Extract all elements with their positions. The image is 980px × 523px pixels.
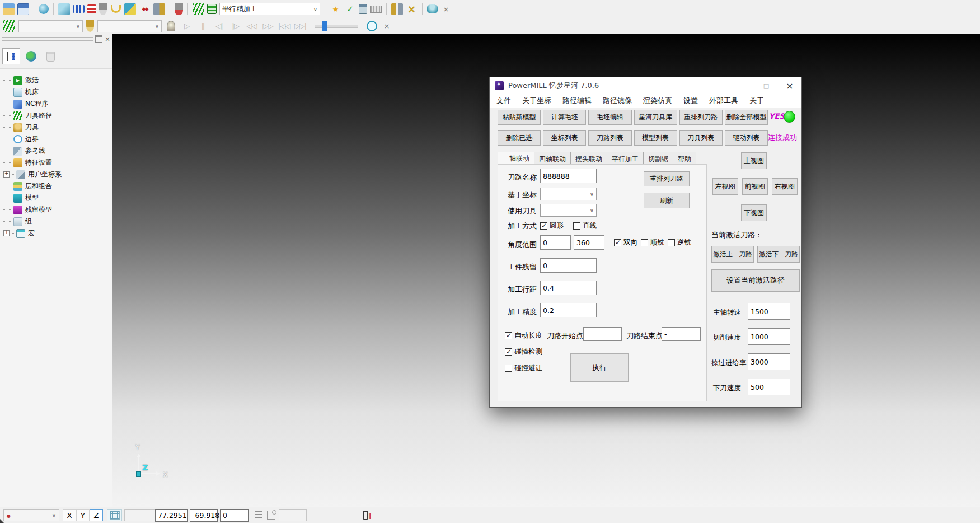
close-button[interactable]: × xyxy=(778,78,801,94)
recycle-bin-button[interactable] xyxy=(41,48,59,64)
menu-coords[interactable]: 关于坐标 xyxy=(517,94,557,108)
fast-forward-icon[interactable]: ▷▷ xyxy=(261,20,274,32)
tree-item-workplanes[interactable]: 用户坐标系 xyxy=(3,169,112,180)
open-project-icon[interactable] xyxy=(3,3,15,15)
marker-combo[interactable]: ∨ xyxy=(3,509,59,521)
block-icon[interactable] xyxy=(58,3,70,15)
stepover-input[interactable] xyxy=(540,281,597,295)
tree-view-button[interactable] xyxy=(2,48,20,64)
calc-block-button[interactable]: 计算毛坯 xyxy=(543,110,586,125)
feature-set-icon[interactable] xyxy=(139,3,151,15)
nc-program-icon[interactable] xyxy=(87,4,96,13)
view-top-button[interactable]: 上视图 xyxy=(741,152,767,169)
menu-settings[interactable]: 设置 xyxy=(678,94,704,108)
bidirectional-checkbox[interactable]: 双向 xyxy=(614,238,637,247)
model-list-button[interactable]: 模型列表 xyxy=(634,130,677,146)
rapid-feed-input[interactable] xyxy=(748,353,790,370)
powermill-toolpath-icon[interactable] xyxy=(193,3,204,15)
minimize-button[interactable]: — xyxy=(731,78,754,94)
angle-to-input[interactable] xyxy=(574,235,604,250)
go-to-end-icon[interactable]: ▷▷| xyxy=(294,20,307,32)
toolbar-close-icon[interactable]: × xyxy=(440,3,452,15)
tab-3axis[interactable]: 三轴联动 xyxy=(498,152,534,165)
tree-item-nc-programs[interactable]: NC程序 xyxy=(3,98,112,110)
auto-length-checkbox[interactable]: 自动长度 xyxy=(505,331,542,340)
start-point-input[interactable] xyxy=(583,327,622,341)
end-point-input[interactable] xyxy=(662,327,701,341)
tolerance-input[interactable] xyxy=(540,303,597,317)
toolpath-list-button[interactable]: 刀路列表 xyxy=(588,130,631,146)
tab-parallel[interactable]: 平行加工 xyxy=(607,152,644,165)
verify-toolpath-icon[interactable] xyxy=(344,3,356,15)
tab-4axis[interactable]: 四轴联动 xyxy=(534,152,571,165)
view-front-button[interactable]: 前视图 xyxy=(742,178,768,195)
collision-check-checkbox[interactable]: 碰撞检测 xyxy=(505,347,542,356)
z-axis-button[interactable]: Z xyxy=(90,509,103,521)
activate-prev-toolpath-button[interactable]: 激活上一刀路 xyxy=(711,246,754,263)
angle-from-input[interactable] xyxy=(540,235,571,250)
pause-icon[interactable]: ‖ xyxy=(196,20,209,32)
stock-input[interactable] xyxy=(540,258,597,273)
tool-holder-icon[interactable] xyxy=(153,3,165,15)
paste-new-model-button[interactable]: 粘贴新模型 xyxy=(498,110,541,125)
tree-item-patterns[interactable]: 参考线 xyxy=(3,145,112,157)
toolpath-name-input[interactable] xyxy=(540,169,597,183)
calculator-icon[interactable] xyxy=(359,4,367,14)
refresh-button[interactable]: 刷新 xyxy=(644,193,690,208)
tool-list-button[interactable]: 刀具列表 xyxy=(679,130,723,146)
tree-item-macros[interactable]: 宏 xyxy=(3,227,112,239)
mode-circle-checkbox[interactable]: 圆形 xyxy=(540,221,564,230)
measure-icon[interactable] xyxy=(370,6,382,13)
execute-button[interactable]: 执行 xyxy=(570,353,629,382)
tab-help[interactable]: 帮助 xyxy=(673,152,696,165)
strategy-list-icon[interactable] xyxy=(207,4,217,14)
boundary-icon[interactable] xyxy=(111,5,121,13)
conventional-checkbox[interactable]: 逆铣 xyxy=(668,238,691,247)
toolpath-icon[interactable] xyxy=(73,5,85,13)
tree-item-machine[interactable]: 机床 xyxy=(3,86,112,98)
rearrange-button[interactable]: 重排列刀路 xyxy=(644,171,690,186)
cylinders-icon[interactable] xyxy=(427,4,438,13)
view-left-button[interactable]: 左视图 xyxy=(712,178,738,195)
float-panel-icon[interactable] xyxy=(95,35,102,43)
spindle-speed-input[interactable] xyxy=(748,303,790,320)
menu-external-tools[interactable]: 外部工具 xyxy=(704,94,744,108)
pattern-icon[interactable] xyxy=(124,3,136,15)
rewind-icon[interactable]: ◁◁ xyxy=(245,20,258,32)
tree-item-boundaries[interactable]: 边界 xyxy=(3,133,112,145)
coord-list-button[interactable]: 坐标列表 xyxy=(543,130,586,146)
tree-item-toolpaths[interactable]: 刀具路径 xyxy=(3,110,112,122)
panel-grip[interactable]: × xyxy=(0,34,112,44)
tab-head-tilt[interactable]: 摆头联动 xyxy=(571,152,607,165)
menu-file[interactable]: 文件 xyxy=(491,94,517,108)
expand-icon[interactable] xyxy=(3,171,10,178)
dialog-titlebar[interactable]: PowerMILL 忆梦星河 7.0.6 — □ × xyxy=(490,77,801,94)
use-tool-select[interactable]: ∨ xyxy=(540,204,597,217)
sim-tool-combo[interactable]: ∨ xyxy=(97,20,162,32)
close-panel-icon[interactable]: × xyxy=(105,36,110,42)
tree-item-groups[interactable]: 组 xyxy=(3,216,112,227)
sim-speed-slider[interactable] xyxy=(315,25,358,28)
tree-item-feature-sets[interactable]: 特征设置 xyxy=(3,157,112,169)
menu-render-sim[interactable]: 渲染仿真 xyxy=(637,94,678,108)
maximize-button[interactable]: □ xyxy=(754,78,778,94)
base-coord-select[interactable]: ∨ xyxy=(540,188,597,200)
light-icon[interactable] xyxy=(167,21,175,31)
set-active-path-button[interactable]: 设置当前激活路径 xyxy=(711,269,800,292)
play-icon[interactable]: ▷ xyxy=(180,20,193,32)
delete-all-models-button[interactable]: 删除全部模型 xyxy=(725,110,768,125)
block-edit-button[interactable]: 毛坯编辑 xyxy=(588,110,631,125)
tool-favorites-icon[interactable] xyxy=(330,3,341,15)
step-back-icon[interactable]: ◁| xyxy=(213,20,226,32)
world-view-button[interactable] xyxy=(22,48,40,64)
view-bottom-button[interactable]: 下视图 xyxy=(741,204,767,221)
grid-snap-button[interactable] xyxy=(107,509,122,521)
step-forward-icon[interactable]: |▷ xyxy=(229,20,242,32)
plunge-feed-input[interactable] xyxy=(748,379,790,395)
tool-pair-icon[interactable] xyxy=(391,3,403,15)
cutting-feed-input[interactable] xyxy=(748,328,790,345)
slider-handle[interactable] xyxy=(322,21,327,31)
menu-path-edit[interactable]: 路径编辑 xyxy=(557,94,597,108)
mode-line-checkbox[interactable]: 直线 xyxy=(573,221,597,230)
tree-item-tools[interactable]: 刀具 xyxy=(3,122,112,133)
